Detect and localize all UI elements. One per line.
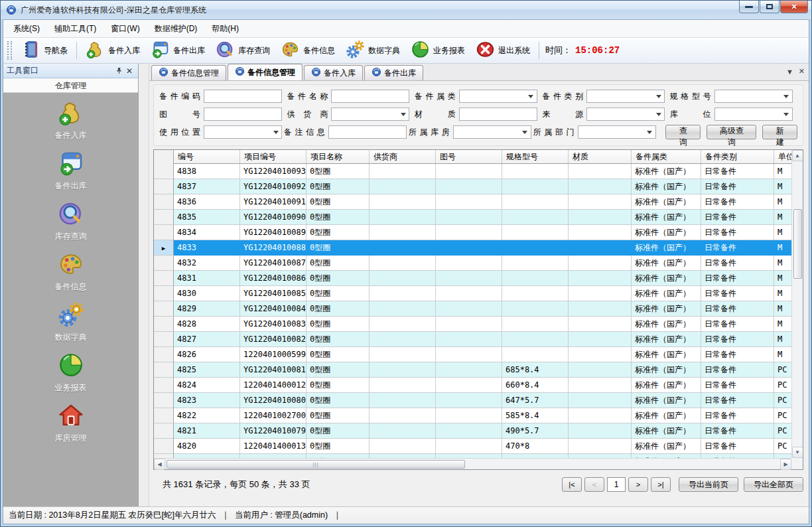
menu-item-1[interactable]: 辅助工具(T) [47, 21, 103, 37]
toolbar-button-4[interactable]: 备件信息 [275, 38, 340, 63]
toolbar-button-2[interactable]: 备件出库 [145, 38, 210, 63]
sidebar-item-1[interactable]: 备件出库 [3, 150, 138, 192]
filter-combo-0-3[interactable] [586, 90, 665, 103]
column-header-3[interactable]: 供货商 [370, 150, 436, 163]
toolbar-button-3[interactable]: 库存查询 [210, 38, 275, 63]
filter-combo-2-3[interactable] [578, 125, 656, 139]
new-button[interactable]: 新建 [762, 125, 797, 139]
toolbar-button-6[interactable]: 业务报表 [405, 38, 470, 63]
filter-combo-0-2[interactable] [459, 90, 537, 103]
menu-item-3[interactable]: 数据维护(D) [147, 21, 205, 37]
panel-close-icon[interactable]: ✕ [124, 66, 135, 76]
table-row[interactable]: 4823YG122040100800型圈647*5.7标准件（国产）日常备件PC [154, 393, 791, 408]
filter-combo-1-3[interactable] [586, 108, 665, 121]
column-header-4[interactable]: 图号 [436, 150, 502, 163]
column-header-9[interactable]: 单位 [774, 150, 791, 163]
menu-item-0[interactable]: 系统(S) [6, 21, 47, 37]
first-page-button[interactable]: |< [562, 477, 582, 492]
table-row[interactable]: 4830YG122040100850型圈标准件（国产）日常备件M [154, 286, 791, 301]
cell: 0型圈 [306, 408, 370, 423]
filter-input-2-1[interactable] [328, 125, 407, 139]
table-row[interactable]: 4836YG122040100910型圈标准件（国产）日常备件M [154, 194, 791, 210]
tab-1[interactable]: 备件信息管理 [228, 64, 303, 80]
filter-combo-2-0[interactable] [204, 125, 282, 139]
tab-close-icon[interactable]: ✕ [799, 67, 805, 76]
last-page-button[interactable]: >| [651, 477, 671, 492]
vertical-scrollbar[interactable]: ▲ ▼ [791, 150, 803, 458]
column-header-6[interactable]: 材质 [569, 150, 632, 163]
column-header-7[interactable]: 备件属类 [632, 150, 701, 163]
stock-query-icon [216, 40, 235, 61]
column-header-5[interactable]: 规格型号 [502, 150, 569, 163]
cell: YG12204010089 [240, 225, 306, 240]
close-button[interactable]: ✕ [780, 1, 808, 13]
table-row[interactable]: 4832YG122040100870型圈标准件（国产）日常备件M [154, 256, 791, 271]
sidebar-item-6[interactable]: 库房管理 [3, 402, 138, 444]
sidebar-item-3[interactable]: 备件信息 [3, 251, 138, 293]
table-row[interactable]: 4828YG122040100830型圈标准件（国产）日常备件M [154, 317, 791, 332]
menu-item-2[interactable]: 窗口(W) [103, 21, 147, 37]
toolbar-button-5[interactable]: 数据字典 [340, 38, 405, 63]
horizontal-scrollbar[interactable]: ◀ ||| ▶ [154, 458, 791, 469]
parts-inbound-icon [58, 100, 84, 128]
table-row[interactable]: 4827YG122040100820型圈标准件（国产）日常备件M [154, 332, 791, 347]
scroll-up-icon[interactable]: ▲ [792, 150, 803, 161]
minimize-button[interactable] [739, 1, 759, 13]
horizontal-scroll-thumb[interactable]: ||| [167, 460, 465, 469]
page-number-input[interactable] [607, 477, 626, 492]
export-all-pages-button[interactable]: 导出全部页 [744, 477, 803, 492]
sidebar-item-4[interactable]: 数据字典 [3, 301, 138, 343]
menu-item-4[interactable]: 帮助(H) [204, 21, 246, 37]
sidebar-item-2[interactable]: 库存查询 [3, 200, 138, 242]
column-header-1[interactable]: 项目编号 [240, 150, 306, 163]
vertical-scroll-thumb[interactable] [793, 209, 802, 279]
table-row[interactable]: 4833YG122040100880型圈标准件（国产）日常备件M [154, 240, 791, 256]
next-page-button[interactable]: > [628, 477, 648, 492]
filter-input-0-1[interactable] [331, 90, 409, 103]
table-row[interactable]: 4821YG122040100790型圈490*5.7标准件（国产）日常备件PC [154, 423, 791, 439]
table-row[interactable]: 4835YG122040100900型圈标准件（国产）日常备件M [154, 210, 791, 225]
toolbar-button-0[interactable]: 导航条 [16, 38, 73, 63]
scroll-down-icon[interactable]: ▼ [792, 447, 803, 458]
advanced-query-button[interactable]: 高级查询 [707, 125, 756, 139]
column-header-0[interactable]: 编号 [174, 150, 240, 163]
table-row[interactable]: 482012204014000130型圈470*8标准件（国产）日常备件PC [154, 439, 791, 454]
sidebar-item-5[interactable]: 业务报表 [3, 352, 138, 394]
prev-page-button[interactable]: < [584, 477, 604, 492]
sidebar-item-0[interactable]: 备件入库 [3, 100, 138, 141]
tab-3[interactable]: 备件出库 [364, 65, 423, 80]
table-row[interactable]: 4837YG122040100920型圈标准件（国产）日常备件M [154, 179, 791, 194]
table-row[interactable]: 4838YG122040100930型圈标准件（国产）日常备件M [154, 164, 791, 179]
tab-2[interactable]: 备件入库 [304, 65, 363, 80]
splitter[interactable] [139, 64, 149, 506]
filter-combo-1-1[interactable] [331, 108, 409, 121]
column-header-2[interactable]: 项目名称 [306, 150, 370, 163]
tab-list-dropdown-icon[interactable]: ▼ [786, 68, 793, 76]
filter-input-1-2[interactable] [459, 108, 537, 121]
table-row[interactable]: 482212204010027000型圈585*8.4标准件（国产）日常备件PC [154, 408, 791, 423]
table-row[interactable]: 482412204014000120型圈660*8.4标准件（国产）日常备件PC [154, 378, 791, 393]
toolbar-button-7[interactable]: 退出系统 [470, 38, 535, 63]
sidebar-items: 备件入库备件出库库存查询备件信息数据字典业务报表库房管理 [3, 93, 138, 506]
table-row[interactable]: 4831YG122040100860型圈标准件（国产）日常备件M [154, 271, 791, 286]
filter-combo-2-2[interactable] [453, 125, 531, 139]
table-row[interactable]: 4829YG122040100840型圈标准件（国产）日常备件M [154, 301, 791, 317]
filter-combo-1-4[interactable] [714, 108, 793, 121]
maximize-button[interactable] [760, 1, 779, 13]
toolbar-separator [539, 42, 539, 59]
row-indicator [154, 286, 174, 301]
table-row[interactable]: 482612204010005990型圈标准件（国产）日常备件M [154, 347, 791, 362]
toolbar-button-1[interactable]: 备件入库 [80, 38, 145, 63]
filter-combo-0-4[interactable] [714, 90, 793, 103]
table-row[interactable]: 4834YG122040100890型圈标准件（国产）日常备件M [154, 225, 791, 240]
query-button[interactable]: 查询 [665, 125, 701, 139]
filter-input-0-0[interactable] [204, 90, 282, 103]
pin-icon[interactable] [113, 66, 124, 76]
export-current-page-button[interactable]: 导出当前页 [679, 477, 738, 492]
filter-input-1-0[interactable] [204, 108, 282, 121]
tab-0[interactable]: 备件信息管理 [151, 65, 226, 80]
scroll-right-icon[interactable]: ▶ [780, 459, 791, 470]
scroll-left-icon[interactable]: ◀ [154, 459, 165, 470]
column-header-8[interactable]: 备件类别 [701, 150, 774, 163]
table-row[interactable]: 4825YG122040100810型圈685*8.4标准件（国产）日常备件PC [154, 362, 791, 378]
